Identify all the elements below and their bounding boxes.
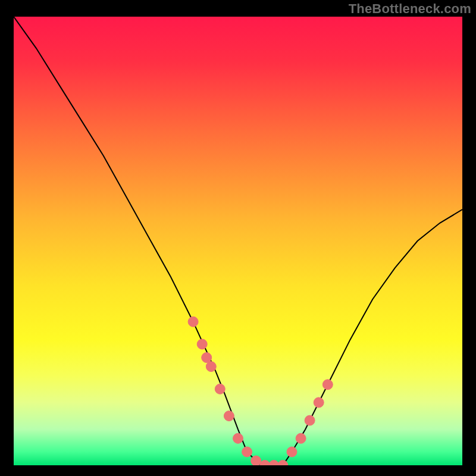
- gradient-background: [14, 17, 462, 465]
- plot-border: [0, 0, 14, 476]
- highlight-point: [233, 433, 243, 443]
- plot-border: [0, 465, 476, 476]
- highlight-point: [202, 353, 212, 363]
- highlight-point: [188, 317, 198, 327]
- highlight-point: [305, 415, 315, 425]
- chart-frame: { "watermark": { "text": "TheBottleneck.…: [0, 0, 476, 476]
- highlight-point: [215, 384, 225, 394]
- highlight-point: [206, 362, 216, 372]
- plot-border: [462, 0, 476, 476]
- bottleneck-chart: [0, 0, 476, 476]
- highlight-point: [322, 380, 333, 390]
- highlight-point: [224, 411, 234, 421]
- highlight-point: [197, 339, 207, 349]
- highlight-point: [296, 433, 306, 443]
- highlight-point: [251, 456, 261, 466]
- highlight-point: [314, 397, 324, 408]
- highlight-point: [242, 447, 252, 457]
- watermark-text: TheBottleneck.com: [349, 1, 471, 17]
- highlight-point: [287, 447, 297, 457]
